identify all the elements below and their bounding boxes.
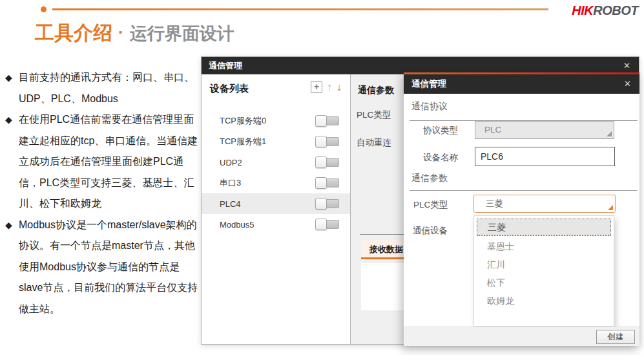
- dialog-title: 通信管理: [209, 61, 242, 70]
- device-list-title: 设备列表: [210, 83, 249, 94]
- dialog-body: 通信协议 协议类型 PLC 设备名称 通信参数 PLC类型 三菱 通信设备 三菱: [404, 94, 639, 327]
- combo-corner-icon: [607, 131, 612, 136]
- dialog-titlebar: 通信管理 ✕: [202, 57, 639, 74]
- move-up-icon[interactable]: ↑: [327, 81, 332, 93]
- dialog-titlebar: 通信管理 ✕: [404, 74, 639, 94]
- plc-create-dialog: 通信管理 ✕ 通信协议 协议类型 PLC 设备名称 通信参数 PLC类型 三菱 …: [404, 72, 639, 346]
- toggle-knob: [315, 177, 327, 189]
- dropdown-option[interactable]: 基恩士: [474, 237, 614, 255]
- toggle-knob: [315, 115, 327, 127]
- accent-dot: [41, 6, 47, 12]
- page-title: 工具介绍·运行界面设计: [35, 20, 234, 47]
- protocol-type-combo[interactable]: PLC: [475, 121, 614, 139]
- toggle-knob: [315, 219, 327, 230]
- device-list-panel: 设备列表 + ↑ ↓ TCP服务端0: [202, 74, 351, 344]
- device-name: 串口3: [220, 177, 241, 189]
- dialog-title: 通信管理: [411, 79, 446, 89]
- plc-type-dropdown: 三菱 基恩士 汇川 松下 欧姆龙: [473, 215, 614, 327]
- params-section-label: 通信参数: [411, 173, 448, 184]
- logo-hik: HIK: [572, 3, 593, 17]
- plc-type-label: PLC类型: [413, 199, 448, 211]
- protocol-type-label: 协议类型: [423, 125, 458, 136]
- title-separator: ·: [118, 23, 124, 42]
- notes-list: 目前支持的通讯方式有：网口、串口、UDP、PLC、Modbus 在使用PLC通信…: [5, 67, 200, 319]
- toggle-switch[interactable]: [315, 198, 339, 210]
- note-item: 在使用PLC通信前需要在通信管理里面建立起相应的tcp、串口通信。当通信建立成功…: [5, 109, 200, 215]
- device-name-label: 设备名称: [423, 152, 458, 164]
- close-icon[interactable]: ✕: [623, 57, 630, 74]
- toggle-track: [326, 158, 339, 167]
- close-icon[interactable]: ✕: [624, 74, 631, 94]
- device-list: TCP服务端0 TCP服务端1: [202, 111, 350, 235]
- section-divider: [410, 190, 638, 191]
- device-list-item[interactable]: UDP2: [202, 152, 350, 173]
- title-primary: 工具介绍: [35, 22, 112, 43]
- device-name: Modbus5: [220, 220, 254, 230]
- auto-reconnect-label: 自动重连: [357, 137, 391, 149]
- device-list-header: 设备列表 + ↑ ↓: [202, 74, 350, 104]
- toggle-switch[interactable]: [315, 115, 339, 127]
- receive-data-area: [361, 263, 404, 310]
- toggle-knob: [315, 198, 327, 210]
- toggle-track: [326, 220, 339, 229]
- device-list-item[interactable]: TCP服务端0: [202, 111, 350, 131]
- logo-robot: ROBOT: [593, 3, 638, 17]
- move-down-icon[interactable]: ↓: [337, 81, 342, 93]
- device-name-input[interactable]: [475, 147, 615, 166]
- device-list-item[interactable]: TCP服务端1: [202, 131, 350, 152]
- dialog-footer: 创建: [404, 327, 639, 346]
- slide: HIKROBOT 工具介绍·运行界面设计 目前支持的通讯方式有：网口、串口、UD…: [0, 0, 644, 355]
- note-item: Modbus协议是一个master/slave架构的协议。有一个节点是maste…: [5, 215, 200, 320]
- plc-type-value: 三菱: [486, 199, 503, 208]
- device-list-controls: + ↑ ↓: [311, 81, 342, 93]
- toggle-switch[interactable]: [315, 136, 339, 148]
- device-list-item[interactable]: Modbus5: [202, 214, 350, 235]
- toggle-track: [326, 137, 339, 146]
- dropdown-option[interactable]: 汇川: [474, 255, 614, 274]
- toggle-track: [326, 178, 339, 188]
- toggle-switch[interactable]: [315, 156, 339, 169]
- create-button[interactable]: 创建: [596, 330, 635, 344]
- device-name: TCP服务端1: [220, 136, 266, 147]
- combo-corner-icon: [608, 205, 613, 210]
- title-secondary: 运行界面设计: [130, 24, 234, 43]
- toggle-track: [326, 116, 339, 125]
- plc-type-combo[interactable]: 三菱: [473, 195, 616, 213]
- device-list-item[interactable]: 串口3: [202, 173, 350, 193]
- hikrobot-logo: HIKROBOT: [572, 3, 638, 18]
- device-name: UDP2: [220, 158, 242, 167]
- comm-params-header: 通信参数: [358, 85, 394, 96]
- device-name: PLC4: [220, 199, 241, 209]
- device-name: TCP服务端0: [220, 115, 266, 127]
- accent-line: [52, 8, 548, 10]
- plc-type-label: PLC类型: [357, 109, 391, 121]
- dropdown-option[interactable]: 三菱: [477, 219, 611, 236]
- toggle-knob: [315, 156, 327, 168]
- comm-device-label: 通信设备: [413, 225, 448, 237]
- dropdown-option[interactable]: 松下: [474, 274, 614, 292]
- toggle-switch[interactable]: [315, 177, 339, 189]
- toggle-knob: [315, 136, 327, 147]
- toggle-track: [326, 199, 339, 208]
- note-item: 目前支持的通讯方式有：网口、串口、UDP、PLC、Modbus: [5, 67, 200, 109]
- add-device-button[interactable]: +: [311, 81, 322, 93]
- protocol-type-value: PLC: [484, 125, 501, 134]
- device-list-item[interactable]: PLC4: [202, 193, 350, 214]
- toggle-switch[interactable]: [315, 219, 339, 231]
- protocol-section-label: 通信协议: [411, 101, 448, 113]
- dropdown-option[interactable]: 欧姆龙: [474, 292, 614, 310]
